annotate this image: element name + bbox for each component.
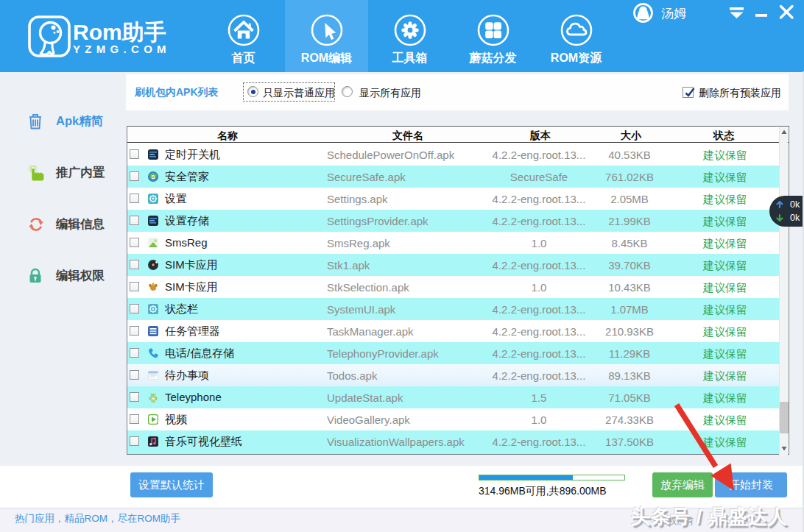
svg-text:0k: 0k — [790, 199, 800, 210]
svg-text:0k: 0k — [790, 213, 800, 223]
svg-text:S: S — [151, 174, 155, 180]
